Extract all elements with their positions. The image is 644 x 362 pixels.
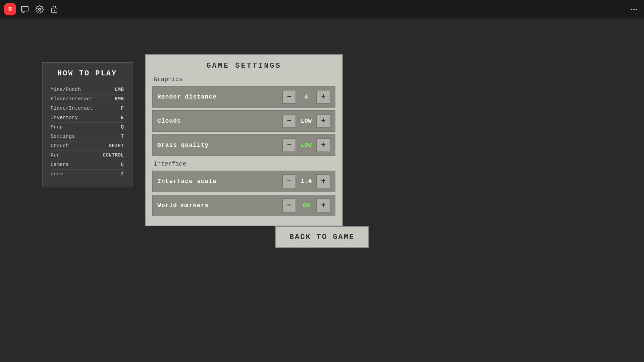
settings-row: Clouds−LOW+ (152, 110, 335, 132)
howtoplay-panel: HOW TO PLAY Mine/PunchLMBPlace/InteractR… (42, 62, 132, 187)
settings-row-label: Clouds (157, 118, 282, 124)
graphics-section-label: Graphics (154, 76, 335, 83)
svg-point-5 (634, 9, 634, 10)
backpack-icon[interactable] (48, 3, 60, 15)
keybind-row: CameraC (51, 160, 124, 170)
settings-value: LOW (296, 118, 316, 124)
keybind-key: CONTROL (103, 153, 124, 158)
keybind-row: Mine/PunchLMB (51, 85, 124, 95)
keybind-row: InventoryE (51, 113, 124, 123)
keybind-action: Place/Interact (51, 96, 93, 102)
settings-row-label: Render distance (157, 94, 282, 100)
more-icon[interactable] (628, 3, 640, 15)
settings-title: GAME SETTINGS (152, 62, 335, 70)
keybind-row: RunCONTROL (51, 151, 124, 160)
keybind-action: Inventory (51, 115, 78, 121)
keybind-action: Settings (51, 134, 75, 139)
keybind-key: E (121, 115, 124, 121)
decrement-button[interactable]: − (282, 198, 296, 213)
back-to-game-button[interactable]: BACK TO GAME (275, 226, 369, 248)
settings-row: World markers−ON+ (152, 195, 335, 216)
svg-rect-0 (21, 6, 28, 11)
keybind-action: Mine/Punch (51, 87, 81, 93)
keybind-key: RMB (115, 96, 124, 102)
graphics-rows: Render distance−4+Clouds−LOW+Grass quali… (152, 86, 335, 156)
settings-row-label: Interface scale (157, 178, 282, 185)
settings-value: 4 (296, 94, 316, 100)
keybind-row: ZoomZ (51, 170, 124, 179)
svg-point-1 (39, 8, 41, 10)
decrement-button[interactable]: − (282, 90, 296, 104)
settings-row: Interface scale−1.4+ (152, 171, 335, 192)
keybind-key: T (121, 134, 124, 139)
keybind-action: Camera (51, 162, 69, 168)
howtoplay-title: HOW TO PLAY (51, 69, 124, 78)
interface-section-label: Interface (154, 161, 335, 167)
keybind-key: Z (121, 171, 124, 177)
keybind-key: Q (121, 124, 124, 130)
keybind-key: SHIFT (109, 143, 124, 149)
keybinds-list: Mine/PunchLMBPlace/InteractRMBPlace/Inte… (51, 85, 124, 179)
settings-row: Grass quality−LOW+ (152, 134, 335, 156)
settings-row-label: Grass quality (157, 142, 282, 148)
keybind-action: Run (51, 153, 60, 158)
increment-button[interactable]: + (316, 138, 330, 152)
settings-row: Render distance−4+ (152, 86, 335, 108)
increment-button[interactable]: + (316, 174, 330, 188)
settings-value: LOW (296, 142, 316, 148)
keybind-action: Drop (51, 124, 63, 130)
keybind-action: Crouch (51, 143, 69, 149)
keybind-row: CrouchSHIFT (51, 141, 124, 151)
roblox-logo-icon[interactable]: R (4, 3, 16, 15)
settings-panel: GAME SETTINGS Graphics Render distance−4… (145, 54, 343, 226)
keybind-row: Place/InteractRMB (51, 95, 124, 104)
settings-value: ON (296, 202, 316, 209)
keybind-key: C (121, 162, 124, 168)
keybind-action: Place/Interact (51, 106, 93, 111)
increment-button[interactable]: + (316, 198, 330, 213)
interface-rows: Interface scale−1.4+World markers−ON+ (152, 171, 335, 216)
top-bar: R (0, 0, 644, 18)
decrement-button[interactable]: − (282, 138, 296, 152)
keybind-row: DropQ (51, 123, 124, 132)
keybind-key: LMB (115, 87, 124, 93)
svg-point-6 (636, 9, 637, 10)
chat-icon[interactable] (19, 3, 31, 15)
svg-point-7 (631, 9, 632, 10)
settings-row-label: World markers (157, 202, 282, 209)
decrement-button[interactable]: − (282, 114, 296, 128)
decrement-button[interactable]: − (282, 174, 296, 188)
increment-button[interactable]: + (316, 90, 330, 104)
keybind-row: Place/InteractF (51, 104, 124, 113)
keybind-action: Zoom (51, 171, 63, 177)
keybind-key: F (121, 106, 124, 111)
settings-value: 1.4 (296, 178, 316, 185)
keybind-row: SettingsT (51, 132, 124, 141)
increment-button[interactable]: + (316, 114, 330, 128)
settings-icon[interactable] (34, 3, 46, 15)
